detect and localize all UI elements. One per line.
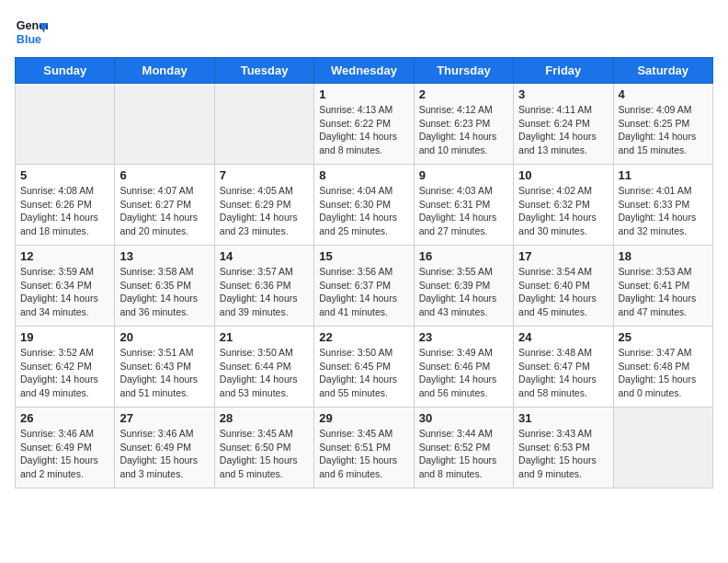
cell-text: Sunrise: 4:11 AMSunset: 6:24 PMDaylight:…	[518, 103, 608, 157]
calendar-cell: 9 Sunrise: 4:03 AMSunset: 6:31 PMDayligh…	[414, 165, 513, 246]
calendar-cell: 5 Sunrise: 4:08 AMSunset: 6:26 PMDayligh…	[16, 165, 115, 246]
calendar-cell: 25 Sunrise: 3:47 AMSunset: 6:48 PMDaylig…	[613, 327, 712, 408]
day-header-sunday: Sunday	[16, 58, 115, 84]
cell-text: Sunrise: 3:46 AMSunset: 6:49 PMDaylight:…	[20, 427, 109, 481]
day-number: 3	[518, 87, 608, 101]
day-header-thursday: Thursday	[414, 58, 513, 84]
calendar-cell	[214, 84, 313, 165]
calendar-cell: 30 Sunrise: 3:44 AMSunset: 6:52 PMDaylig…	[414, 408, 513, 488]
day-number: 24	[518, 330, 608, 344]
week-row-2: 5 Sunrise: 4:08 AMSunset: 6:26 PMDayligh…	[16, 165, 713, 246]
day-number: 16	[419, 249, 508, 263]
day-number: 25	[619, 330, 708, 344]
calendar-cell: 19 Sunrise: 3:52 AMSunset: 6:42 PMDaylig…	[16, 327, 115, 408]
cell-text: Sunrise: 3:52 AMSunset: 6:42 PMDaylight:…	[20, 346, 109, 400]
day-number: 12	[20, 249, 109, 263]
calendar-cell: 7 Sunrise: 4:05 AMSunset: 6:29 PMDayligh…	[214, 165, 313, 246]
calendar-cell	[613, 408, 712, 488]
day-number: 9	[419, 168, 508, 182]
cell-text: Sunrise: 3:50 AMSunset: 6:45 PMDaylight:…	[319, 346, 408, 400]
day-number: 8	[319, 168, 408, 182]
cell-text: Sunrise: 3:55 AMSunset: 6:39 PMDaylight:…	[419, 265, 508, 319]
logo-icon: General Blue	[15, 15, 48, 48]
cell-text: Sunrise: 4:04 AMSunset: 6:30 PMDaylight:…	[319, 184, 408, 238]
day-number: 13	[119, 249, 209, 263]
day-number: 2	[419, 87, 508, 101]
day-number: 22	[319, 330, 408, 344]
cell-text: Sunrise: 3:58 AMSunset: 6:35 PMDaylight:…	[119, 265, 209, 319]
cell-text: Sunrise: 4:08 AMSunset: 6:26 PMDaylight:…	[20, 184, 109, 238]
calendar-cell: 29 Sunrise: 3:45 AMSunset: 6:51 PMDaylig…	[314, 408, 414, 488]
day-number: 19	[20, 330, 109, 344]
calendar-cell: 11 Sunrise: 4:01 AMSunset: 6:33 PMDaylig…	[613, 165, 712, 246]
calendar-cell: 14 Sunrise: 3:57 AMSunset: 6:36 PMDaylig…	[214, 246, 313, 327]
calendar-cell: 21 Sunrise: 3:50 AMSunset: 6:44 PMDaylig…	[214, 327, 313, 408]
cell-text: Sunrise: 3:43 AMSunset: 6:53 PMDaylight:…	[518, 427, 608, 481]
calendar-cell: 22 Sunrise: 3:50 AMSunset: 6:45 PMDaylig…	[314, 327, 414, 408]
day-number: 17	[518, 249, 608, 263]
cell-text: Sunrise: 4:09 AMSunset: 6:25 PMDaylight:…	[619, 103, 708, 157]
cell-text: Sunrise: 3:53 AMSunset: 6:41 PMDaylight:…	[619, 265, 708, 319]
calendar-cell	[115, 84, 214, 165]
day-number: 1	[319, 87, 408, 101]
cell-text: Sunrise: 3:56 AMSunset: 6:37 PMDaylight:…	[319, 265, 408, 319]
calendar-cell: 31 Sunrise: 3:43 AMSunset: 6:53 PMDaylig…	[514, 408, 613, 488]
cell-text: Sunrise: 3:45 AMSunset: 6:50 PMDaylight:…	[220, 427, 309, 481]
calendar-cell: 12 Sunrise: 3:59 AMSunset: 6:34 PMDaylig…	[16, 246, 115, 327]
cell-text: Sunrise: 3:59 AMSunset: 6:34 PMDaylight:…	[20, 265, 109, 319]
day-number: 5	[20, 168, 109, 182]
calendar-cell: 10 Sunrise: 4:02 AMSunset: 6:32 PMDaylig…	[514, 165, 613, 246]
calendar-cell: 20 Sunrise: 3:51 AMSunset: 6:43 PMDaylig…	[115, 327, 214, 408]
day-header-tuesday: Tuesday	[214, 58, 313, 84]
calendar-cell: 23 Sunrise: 3:49 AMSunset: 6:46 PMDaylig…	[414, 327, 513, 408]
calendar-cell	[16, 84, 115, 165]
cell-text: Sunrise: 4:13 AMSunset: 6:22 PMDaylight:…	[319, 103, 408, 157]
day-number: 26	[20, 411, 109, 425]
calendar-cell: 13 Sunrise: 3:58 AMSunset: 6:35 PMDaylig…	[115, 246, 214, 327]
calendar-cell: 15 Sunrise: 3:56 AMSunset: 6:37 PMDaylig…	[314, 246, 414, 327]
day-number: 14	[220, 249, 309, 263]
day-header-saturday: Saturday	[613, 58, 712, 84]
calendar-cell: 6 Sunrise: 4:07 AMSunset: 6:27 PMDayligh…	[115, 165, 214, 246]
day-number: 18	[619, 249, 708, 263]
cell-text: Sunrise: 4:02 AMSunset: 6:32 PMDaylight:…	[518, 184, 608, 238]
calendar-cell: 24 Sunrise: 3:48 AMSunset: 6:47 PMDaylig…	[514, 327, 613, 408]
page-header: General Blue	[15, 15, 713, 48]
cell-text: Sunrise: 3:47 AMSunset: 6:48 PMDaylight:…	[619, 346, 708, 400]
day-number: 7	[220, 168, 309, 182]
calendar-table: SundayMondayTuesdayWednesdayThursdayFrid…	[15, 57, 713, 488]
day-header-friday: Friday	[514, 58, 613, 84]
day-number: 23	[419, 330, 508, 344]
day-number: 27	[119, 411, 209, 425]
calendar-cell: 2 Sunrise: 4:12 AMSunset: 6:23 PMDayligh…	[414, 84, 513, 165]
day-number: 11	[619, 168, 708, 182]
cell-text: Sunrise: 3:57 AMSunset: 6:36 PMDaylight:…	[220, 265, 309, 319]
calendar-cell: 16 Sunrise: 3:55 AMSunset: 6:39 PMDaylig…	[414, 246, 513, 327]
day-header-monday: Monday	[115, 58, 214, 84]
day-number: 10	[518, 168, 608, 182]
cell-text: Sunrise: 4:05 AMSunset: 6:29 PMDaylight:…	[220, 184, 309, 238]
calendar-cell: 18 Sunrise: 3:53 AMSunset: 6:41 PMDaylig…	[613, 246, 712, 327]
calendar-cell: 27 Sunrise: 3:46 AMSunset: 6:49 PMDaylig…	[115, 408, 214, 488]
day-number: 4	[619, 87, 708, 101]
day-number: 20	[119, 330, 209, 344]
week-row-4: 19 Sunrise: 3:52 AMSunset: 6:42 PMDaylig…	[16, 327, 713, 408]
cell-text: Sunrise: 4:03 AMSunset: 6:31 PMDaylight:…	[419, 184, 508, 238]
day-number: 6	[119, 168, 209, 182]
week-row-5: 26 Sunrise: 3:46 AMSunset: 6:49 PMDaylig…	[16, 408, 713, 488]
logo: General Blue	[15, 15, 51, 48]
calendar-cell: 8 Sunrise: 4:04 AMSunset: 6:30 PMDayligh…	[314, 165, 414, 246]
day-number: 15	[319, 249, 408, 263]
day-header-wednesday: Wednesday	[314, 58, 414, 84]
cell-text: Sunrise: 4:01 AMSunset: 6:33 PMDaylight:…	[619, 184, 708, 238]
cell-text: Sunrise: 3:45 AMSunset: 6:51 PMDaylight:…	[319, 427, 408, 481]
week-row-3: 12 Sunrise: 3:59 AMSunset: 6:34 PMDaylig…	[16, 246, 713, 327]
cell-text: Sunrise: 3:51 AMSunset: 6:43 PMDaylight:…	[119, 346, 209, 400]
cell-text: Sunrise: 3:49 AMSunset: 6:46 PMDaylight:…	[419, 346, 508, 400]
calendar-cell: 1 Sunrise: 4:13 AMSunset: 6:22 PMDayligh…	[314, 84, 414, 165]
day-number: 21	[220, 330, 309, 344]
cell-text: Sunrise: 4:07 AMSunset: 6:27 PMDaylight:…	[119, 184, 209, 238]
svg-text:Blue: Blue	[17, 33, 41, 46]
day-header-row: SundayMondayTuesdayWednesdayThursdayFrid…	[16, 58, 713, 84]
calendar-cell: 17 Sunrise: 3:54 AMSunset: 6:40 PMDaylig…	[514, 246, 613, 327]
